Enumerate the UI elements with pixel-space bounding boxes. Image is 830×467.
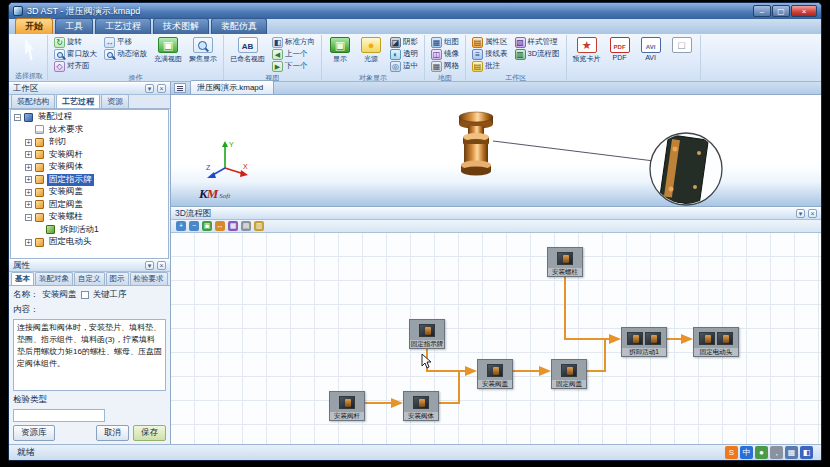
input-mode-icon[interactable]: 中 <box>740 446 753 459</box>
ribbon-button-grid[interactable]: 网格 <box>429 60 461 72</box>
export-icon[interactable] <box>254 221 264 231</box>
flow-node-安装阀体[interactable]: 安装阀体 <box>403 391 439 421</box>
collapse-icon[interactable]: − <box>14 114 21 121</box>
expand-icon[interactable]: + <box>25 201 32 208</box>
flow-node-安装阀杆[interactable]: 安装阀杆 <box>329 391 365 421</box>
ribbon-button-pdf-export[interactable]: PDF <box>606 36 634 64</box>
tree-item-固定阀盖[interactable]: +固定阀盖 <box>11 199 168 212</box>
expand-icon[interactable]: + <box>25 151 32 158</box>
ribbon-button-mirror[interactable]: 镜像 <box>429 48 461 60</box>
collapse-icon[interactable]: − <box>25 214 32 221</box>
properties-tab-图示[interactable]: 图示 <box>106 272 129 285</box>
zoom-out-icon[interactable] <box>189 221 199 231</box>
flow-node-固定指示牌[interactable]: 固定指示牌 <box>409 319 445 349</box>
ribbon-button-next-view[interactable]: 下一个 <box>270 60 317 72</box>
ribbon-button-pan[interactable]: 平移 <box>102 36 149 48</box>
save-button[interactable]: 保存 <box>133 425 166 441</box>
panel-close-icon[interactable] <box>157 261 166 270</box>
properties-tab-基本[interactable]: 基本 <box>11 272 34 285</box>
tree-item-安装阀盖[interactable]: +安装阀盖 <box>11 186 168 199</box>
key-process-checkbox[interactable] <box>81 291 89 299</box>
flow-node-安装阀盖[interactable]: 安装阀盖 <box>477 359 513 389</box>
properties-tab-检验要求[interactable]: 检验要求 <box>130 272 168 285</box>
ribbon-button-previous-view[interactable]: 上一个 <box>270 48 317 60</box>
flowchart-canvas[interactable]: 安装阀杆安装阀体固定指示牌安装阀盖固定阀盖安装螺柱拆卸活动1固定电动头 <box>171 233 821 444</box>
ribbon-button-annotation[interactable]: 批注 <box>470 60 510 72</box>
3d-viewport[interactable]: Y X Z KMSoft <box>171 95 821 207</box>
punctuation-icon[interactable]: ， <box>770 446 783 459</box>
flow-node-固定阀盖[interactable]: 固定阀盖 <box>551 359 587 389</box>
ribbon-button-wiring-list[interactable]: 接线表 <box>470 48 510 60</box>
tree-item-剖切[interactable]: +剖切 <box>11 136 168 149</box>
ribbon-tab-装配仿真[interactable]: 装配仿真 <box>211 18 267 34</box>
workspace-tab-资源[interactable]: 资源 <box>101 94 129 108</box>
panel-close-icon[interactable] <box>808 209 817 218</box>
flow-node-固定电动头[interactable]: 固定电动头 <box>693 327 739 357</box>
toolbox-icon[interactable]: ◧ <box>800 446 813 459</box>
ribbon-button-zoom-window[interactable]: 窗口放大 <box>52 48 99 60</box>
ribbon-button-zoom-dynamic[interactable]: 动态缩放 <box>102 48 149 60</box>
document-tab[interactable]: 泄压阀演示.kmapd <box>190 80 274 94</box>
zoom-in-icon[interactable] <box>176 221 186 231</box>
tree-item-拆卸活动1[interactable]: 拆卸活动1 <box>11 224 168 237</box>
expand-icon[interactable]: + <box>25 239 32 246</box>
ribbon-button-focus-display[interactable]: 聚焦显示 <box>187 36 219 64</box>
panel-menu-icon[interactable] <box>145 84 154 93</box>
ribbon-button-style-manager[interactable]: 样式管理 <box>513 36 562 48</box>
document-list-icon[interactable] <box>174 83 186 93</box>
titlebar[interactable]: 3D AST - 泄压阀演示.kmapd – ▢ × <box>9 3 821 19</box>
ribbon-button-light-source[interactable]: 光源 <box>357 36 385 64</box>
tree-item-固定电动头[interactable]: +固定电动头 <box>11 236 168 249</box>
panel-close-icon[interactable] <box>157 84 166 93</box>
inspect-type-input[interactable] <box>13 409 105 422</box>
tree-item-装配过程[interactable]: −装配过程 <box>11 111 168 124</box>
ribbon-button-named-views[interactable]: 已命名视图 <box>228 36 267 64</box>
tree-item-安装阀体[interactable]: +安装阀体 <box>11 161 168 174</box>
flow-node-安装螺柱[interactable]: 安装螺柱 <box>547 247 583 277</box>
close-button[interactable]: × <box>791 5 817 17</box>
ribbon-button-show-object[interactable]: 显示 <box>326 36 354 64</box>
resource-library-button[interactable]: 资源库 <box>13 425 55 441</box>
ribbon-button-rotate[interactable]: 旋转 <box>52 36 99 48</box>
sogou-logo-icon[interactable]: S <box>725 446 738 459</box>
ribbon-button-group-map[interactable]: 组图 <box>429 36 461 48</box>
ribbon-button-shadow[interactable]: 阴影 <box>388 36 420 48</box>
panel-menu-icon[interactable] <box>796 209 805 218</box>
workspace-tab-装配结构[interactable]: 装配结构 <box>11 94 55 108</box>
soft-keyboard-icon[interactable]: ▦ <box>785 446 798 459</box>
ribbon-button-flowchart-3d[interactable]: 3D流程图 <box>513 48 562 60</box>
expand-icon[interactable]: + <box>25 176 32 183</box>
ribbon-tab-工艺过程[interactable]: 工艺过程 <box>95 18 151 34</box>
ribbon-button-avi-export[interactable]: AVI <box>637 36 665 64</box>
expand-icon[interactable]: + <box>25 164 32 171</box>
tree-item-安装阀杆[interactable]: +安装阀杆 <box>11 149 168 162</box>
panel-menu-icon[interactable] <box>145 261 154 270</box>
ribbon-button-fit-view[interactable]: 充满视图 <box>152 36 184 64</box>
tree-item-技术要求[interactable]: 技术要求 <box>11 124 168 137</box>
flow-node-拆卸活动1[interactable]: 拆卸活动1 <box>621 327 667 357</box>
fullwidth-icon[interactable]: ● <box>755 446 768 459</box>
ribbon-button-document-export[interactable] <box>668 36 696 64</box>
ribbon-button-fit-object[interactable]: 适中 <box>388 60 420 72</box>
ribbon-button-select-cursor[interactable] <box>15 36 43 53</box>
ribbon-button-transparency[interactable]: 透明 <box>388 48 420 60</box>
properties-tab-装配对象[interactable]: 装配对象 <box>35 272 73 285</box>
maximize-button[interactable]: ▢ <box>772 5 790 17</box>
workspace-tab-工艺过程[interactable]: 工艺过程 <box>56 94 100 108</box>
properties-tab-自定义[interactable]: 自定义 <box>74 272 105 285</box>
ribbon-tab-开始[interactable]: 开始 <box>15 18 53 34</box>
fit-view-icon[interactable] <box>202 221 212 231</box>
process-name-value[interactable]: 安装阀盖 <box>43 289 77 301</box>
expand-icon[interactable]: + <box>25 189 32 196</box>
pan-icon[interactable] <box>215 221 225 231</box>
print-icon[interactable] <box>241 221 251 231</box>
cancel-button[interactable]: 取消 <box>96 425 129 441</box>
tree-item-安装螺柱[interactable]: −安装螺柱 <box>11 211 168 224</box>
ribbon-button-standard-orientation[interactable]: 标准方向 <box>270 36 317 48</box>
ribbon-tab-技术图解[interactable]: 技术图解 <box>153 18 209 34</box>
expand-icon[interactable]: + <box>25 139 32 146</box>
ribbon-button-property-area[interactable]: 属性区 <box>470 36 510 48</box>
content-textarea[interactable]: 连接阀盖和阀体时，安装垫片、填料垫、垫圈、指示组件、填料函(3)，拧紧填料垫后用… <box>13 319 166 391</box>
tree-item-固定指示牌[interactable]: +固定指示牌 <box>11 174 168 187</box>
minimize-button[interactable]: – <box>753 5 771 17</box>
